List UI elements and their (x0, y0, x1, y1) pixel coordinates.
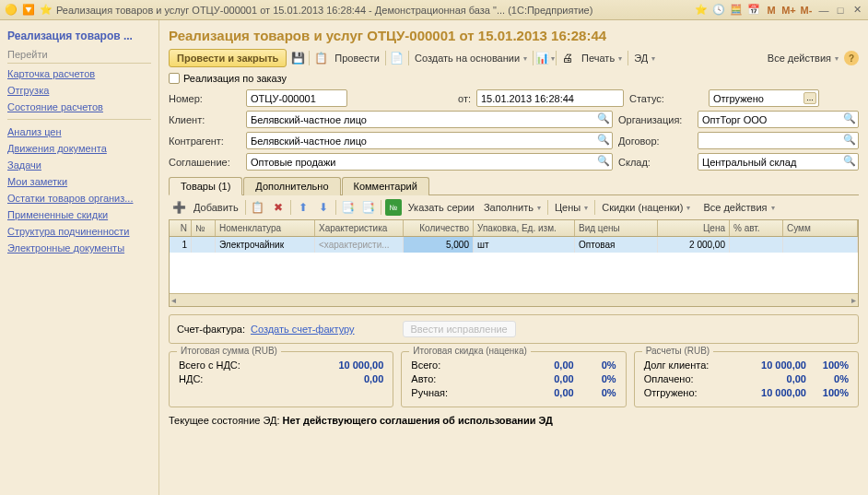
all-actions-button[interactable]: Все действия (765, 51, 841, 65)
post-close-button[interactable]: Провести и закрыть (169, 49, 287, 67)
print-icon[interactable]: 🖨 (559, 50, 576, 66)
grid-all-actions[interactable]: Все действия (700, 200, 777, 215)
prices-button[interactable]: Цены (552, 200, 591, 215)
fav-icon[interactable]: ⭐ (694, 3, 709, 18)
col-price[interactable]: Цена (658, 220, 730, 236)
sidebar-item[interactable]: Остатки товаров организ... (7, 190, 151, 206)
add-button[interactable]: Добавить (191, 200, 241, 215)
back-icon[interactable]: 🔽 (21, 3, 36, 18)
col-auto[interactable]: % авт. (730, 220, 783, 236)
contr-input[interactable]: Белявский-частное лицо🔍 (246, 132, 613, 149)
sidebar-item[interactable]: Задачи (7, 157, 151, 173)
star-icon[interactable]: ⭐ (39, 3, 53, 18)
series-button[interactable]: Указать серии (405, 200, 477, 215)
page-title: Реализация товаров и услуг ОТЦУ-000001 о… (169, 28, 859, 43)
sidebar-header: Реализация товаров ... (7, 26, 151, 46)
add-icon[interactable]: ➕ (170, 199, 187, 216)
col-char[interactable]: Характеристика (315, 220, 404, 236)
by-order-checkbox[interactable] (169, 73, 180, 84)
col-sum[interactable]: Сумм (783, 220, 858, 236)
create-based-button[interactable]: Создать на основании (412, 51, 530, 65)
contr-label: Контрагент: (169, 136, 240, 147)
delete-icon[interactable]: ✖ (270, 199, 287, 216)
grid-toolbar: ➕ Добавить 📋 ✖ ⬆ ⬇ 📑 📑 № Указать серии З… (169, 195, 859, 219)
close-button[interactable]: ✕ (850, 4, 864, 17)
help-icon[interactable]: ? (844, 51, 859, 65)
tab-additional[interactable]: Дополнительно (243, 177, 340, 195)
client-input[interactable]: Белявский-частное лицо🔍 (246, 111, 613, 128)
invoice-row: Счет-фактура: Создать счет-фактуру Ввест… (169, 314, 859, 344)
sidebar-item[interactable]: Структура подчиненности (7, 223, 151, 240)
print-button[interactable]: Печать (579, 51, 625, 65)
sidebar-item[interactable]: Состояние расчетов (7, 99, 151, 115)
down-icon[interactable]: ⬇ (315, 199, 332, 216)
tab-goods[interactable]: Товары (1) (169, 177, 242, 195)
search-icon[interactable]: 🔍 (597, 134, 610, 147)
doc-icon[interactable]: 📄 (389, 50, 405, 66)
col-n[interactable]: N (170, 220, 192, 236)
grid-scrollbar[interactable]: ◂▸ (170, 293, 858, 306)
sidebar-item[interactable]: Карточка расчетов (7, 65, 151, 82)
sidebar: Реализация товаров ... Перейти Карточка … (0, 20, 159, 495)
minimize-button[interactable]: — (816, 4, 831, 17)
search-icon[interactable]: 🔍 (843, 155, 856, 168)
search-icon[interactable]: 🔍 (843, 112, 856, 125)
sogl-input[interactable]: Оптовые продажи🔍 (246, 153, 613, 171)
dogovor-label: Договор: (618, 136, 692, 147)
ellipsis-icon[interactable]: ... (803, 92, 816, 104)
post-button[interactable]: Провести (332, 51, 382, 65)
col-qty[interactable]: Количество (404, 220, 474, 236)
history-icon[interactable]: 🕓 (711, 3, 726, 18)
sidebar-section: Перейти (7, 46, 151, 64)
sidebar-item[interactable]: Мои заметки (7, 173, 151, 190)
table-row[interactable]: 1 Электрочайник <характеристи... 5,000 ш… (170, 237, 858, 253)
sidebar-item[interactable]: Электронные документы (7, 240, 151, 256)
calendar-icon[interactable]: 📅 (746, 3, 761, 18)
titlebar: 🟡 🔽 ⭐ Реализация товаров и услуг ОТЦУ-00… (0, 0, 868, 20)
up-icon[interactable]: ⬆ (295, 199, 311, 216)
number-input[interactable]: ОТЦУ-000001 (246, 89, 347, 107)
sidebar-item[interactable]: Движения документа (7, 140, 151, 157)
sidebar-item[interactable]: Анализ цен (7, 124, 151, 140)
tab-comment[interactable]: Комментарий (342, 177, 429, 195)
sidebar-item[interactable]: Примененные скидки (7, 206, 151, 223)
ed-status: Текущее состояние ЭД: Нет действующего с… (169, 415, 859, 426)
col-pack[interactable]: Упаковка, Ед. изм. (474, 220, 575, 236)
client-label: Клиент: (169, 114, 240, 125)
sogl-label: Соглашение: (169, 157, 240, 168)
sidebar-item[interactable]: Отгрузка (7, 82, 151, 99)
dogovor-input[interactable]: 🔍 (698, 132, 859, 149)
discounts-button[interactable]: Скидки (наценки) (599, 200, 693, 215)
search-icon[interactable]: 🔍 (597, 112, 610, 125)
series-icon[interactable]: № (385, 199, 402, 216)
app-logo-icon: 🟡 (4, 3, 18, 18)
col-ptype[interactable]: Вид цены (575, 220, 658, 236)
totals-sum: Итоговая сумма (RUB) Всего с НДС:10 000,… (169, 351, 393, 407)
status-input[interactable]: Отгружено... (709, 89, 819, 107)
copy-icon[interactable]: 📋 (250, 199, 266, 216)
calc-icon[interactable]: 🧮 (729, 3, 744, 18)
col-ico[interactable]: № (192, 220, 216, 236)
search-icon[interactable]: 🔍 (597, 155, 610, 168)
mem-mminus[interactable]: M- (799, 3, 814, 18)
org-input[interactable]: ОптТорг ООО🔍 (698, 111, 859, 128)
report-icon[interactable]: 📊 (536, 50, 553, 66)
create-invoice-link[interactable]: Создать счет-фактуру (251, 324, 355, 335)
post-icon[interactable]: 📋 (312, 50, 329, 66)
fill-button[interactable]: Заполнить (481, 200, 544, 215)
correction-button: Ввести исправление (403, 321, 516, 337)
mem-m[interactable]: M (764, 3, 779, 18)
date-input[interactable]: 15.01.2013 16:28:44 (476, 89, 624, 107)
save-icon[interactable]: 💾 (289, 50, 306, 66)
number-label: Номер: (169, 93, 240, 104)
col-nom[interactable]: Номенклатура (216, 220, 315, 236)
ed-button[interactable]: ЭД (631, 51, 658, 65)
sklad-input[interactable]: Центральный склад🔍 (698, 153, 859, 171)
tool-icon[interactable]: 📑 (360, 199, 377, 216)
tool-icon[interactable]: 📑 (340, 199, 357, 216)
sklad-label: Склад: (618, 157, 692, 168)
search-icon[interactable]: 🔍 (843, 134, 856, 147)
sf-label: Счет-фактура: (177, 324, 245, 335)
maximize-button[interactable]: □ (833, 4, 848, 17)
mem-mplus[interactable]: M+ (781, 3, 796, 18)
